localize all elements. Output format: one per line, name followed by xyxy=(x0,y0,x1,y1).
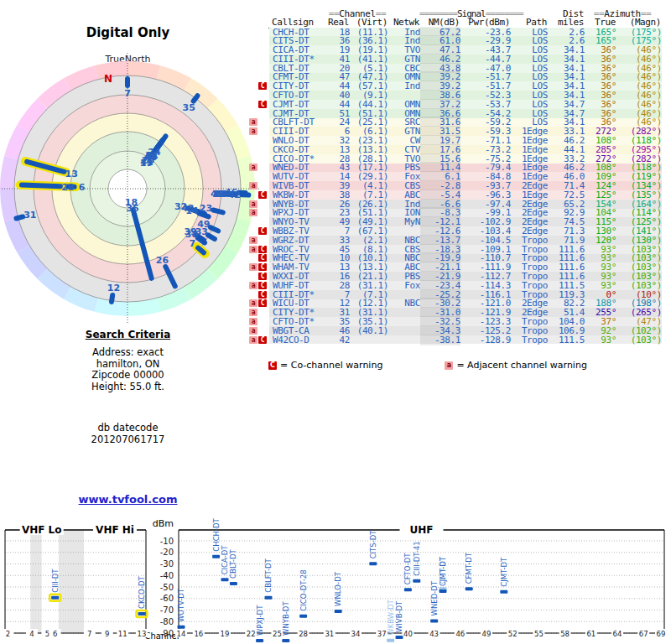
co-channel-warning-icon xyxy=(258,137,267,144)
station-label-CITS-DT: CITS-DT xyxy=(369,530,377,559)
radar-bar-ch12 xyxy=(112,295,112,302)
station-bar-WNLO-DT xyxy=(335,610,342,613)
station-label-CJMT-DT: CJMT-DT xyxy=(439,556,447,586)
adjacent-warning-icon xyxy=(249,110,257,117)
radar-label-ch31: 31 xyxy=(23,210,36,221)
radar-bar-ch28 xyxy=(22,185,60,187)
radar-chart: N183619412047444044512463213284314393826… xyxy=(0,46,260,327)
y-tick--20: -20 xyxy=(160,548,174,557)
x-tick-25: 25 xyxy=(273,630,282,638)
adjacent-warning-icon xyxy=(249,65,257,72)
adjacent-warning-icon xyxy=(249,227,257,235)
y-tick--10: -10 xyxy=(160,537,174,546)
station-bar-CIII-DT-41 xyxy=(413,579,420,583)
co-channel-warning-icon: C xyxy=(258,282,267,289)
station-label-CFTO-DT: CFTO-DT xyxy=(403,553,412,584)
city-line: hamilton, ON xyxy=(0,359,256,371)
band-label-VHF-Lo: VHF Lo xyxy=(22,524,62,536)
adjacent-warning-icon xyxy=(249,146,257,153)
radar-label-ch7: 7 xyxy=(189,238,195,249)
radar-bar-ch33 xyxy=(208,235,215,239)
adjacent-warning-icon xyxy=(249,254,257,262)
station-bar-CIII-DT xyxy=(51,596,59,600)
y-tick--40: -40 xyxy=(160,571,174,580)
y-tick--70: -70 xyxy=(160,605,174,615)
station-bar-WPXJ-DT xyxy=(256,639,263,642)
co-channel-warning-icon xyxy=(258,118,267,126)
co-channel-warning-icon: C xyxy=(258,291,267,299)
adjacent-warning-icon xyxy=(249,101,257,108)
band-label-UHF: UHF xyxy=(410,524,434,536)
tvfool-report: Digital Only TrueNorth N1836194120474440… xyxy=(0,0,671,644)
station-label-CKCO-DT: CKCO-DT xyxy=(138,575,146,609)
station-bar-CHCH-DT xyxy=(212,555,220,558)
adjacent-warning-icon: a xyxy=(249,309,257,316)
x-tick-16: 16 xyxy=(194,630,203,638)
adjacent-warning-icon xyxy=(249,82,257,90)
adjacent-warning-icon xyxy=(249,218,257,226)
station-label-WNED-DT: WNED-DT xyxy=(430,580,439,615)
zipcode-line: Zipcode 00000 xyxy=(0,370,256,382)
co-channel-warning-icon xyxy=(258,200,267,208)
co-channel-warning-icon xyxy=(258,46,267,54)
cell-azimuth-true: 93° xyxy=(585,335,616,345)
station-bar-WKBW-DT xyxy=(387,639,394,642)
adjacent-warning-icon xyxy=(249,28,257,35)
station-label-CIII-DT-41: CIII-DT-41 xyxy=(413,541,421,575)
co-channel-warning-icon: C xyxy=(258,82,267,90)
station-bar-CFMT-DT xyxy=(466,587,473,590)
cell-real: 42 xyxy=(328,335,350,345)
station-bar-WNYB-DT xyxy=(282,639,289,642)
station-label-CICA-DT: CICA-DT xyxy=(221,545,229,575)
co-channel-warning-icon xyxy=(258,236,267,244)
station-label-CHCH-DT: CHCH-DT xyxy=(212,517,221,551)
adjacent-warning-icon: a xyxy=(249,118,257,126)
radar-label-ch35: 35 xyxy=(183,102,195,113)
x-tick-52: 52 xyxy=(508,630,518,638)
co-channel-warning-icon xyxy=(258,155,267,163)
co-channel-warning-icon xyxy=(258,73,267,80)
adjacent-warning-icon xyxy=(249,55,257,63)
station-bar-CJMT-DT xyxy=(440,589,447,593)
radar-label-ch26: 26 xyxy=(156,255,169,266)
x-tick-43: 43 xyxy=(429,630,439,638)
station-bar-CBLT-DT xyxy=(230,582,237,585)
co-channel-warning-icon: C xyxy=(258,227,267,235)
radar-label-ch24: 24 xyxy=(148,147,161,158)
station-label-WPXJ-DT: WPXJ-DT xyxy=(256,605,264,636)
adjacent-warning-icon: a xyxy=(249,236,257,244)
adjacent-channel-legend-text: = Adjacent channel warning xyxy=(456,360,587,371)
x-tick-7: 7 xyxy=(87,630,91,638)
adjacent-warning-icon: a xyxy=(249,164,257,171)
station-label-WUTV-DT: WUTV-DT xyxy=(177,588,185,622)
co-channel-legend-text: = Co-channel warning xyxy=(280,360,382,371)
spectrum-gray-band xyxy=(59,530,84,633)
co-channel-warning-icon xyxy=(258,127,267,135)
station-label-CFMT-DT: CFMT-DT xyxy=(465,552,473,584)
radar-bar-ch49 xyxy=(211,227,218,231)
co-channel-warning-icon: C xyxy=(258,254,267,262)
spectrum-gray-band xyxy=(30,530,41,633)
db-datecode-label: db datecode xyxy=(0,423,256,434)
x-tick-40: 40 xyxy=(403,630,413,638)
y-tick--60: -60 xyxy=(160,594,174,603)
adjacent-warning-icon: a xyxy=(249,327,257,335)
station-bar-CBLFT-DT xyxy=(265,596,273,600)
station-bar-CICA-DT xyxy=(221,578,229,581)
x-tick-49: 49 xyxy=(482,630,492,638)
adjacent-warning-icon: a xyxy=(249,282,257,289)
co-channel-warning-icon xyxy=(258,182,267,190)
x-tick-13: 13 xyxy=(138,630,147,638)
x-tick-31: 31 xyxy=(325,630,334,638)
x-tick-61: 61 xyxy=(586,630,596,638)
cell-miles: 111.5 xyxy=(548,335,585,345)
co-channel-warning-icon: C xyxy=(258,191,267,199)
adjacent-warning-icon: a xyxy=(249,209,257,216)
co-channel-warning-icon xyxy=(258,218,267,226)
adjacent-warning-icon xyxy=(249,37,257,44)
co-channel-warning-icon xyxy=(258,146,267,153)
table-row-W42CO-D: aCW42CO-D42-38.1-128.9Tropo111.593°(103°… xyxy=(249,335,662,345)
address-line: Address: exact xyxy=(0,347,256,359)
adjacent-warning-icon xyxy=(249,137,257,144)
adjacent-warning-icon xyxy=(249,91,257,99)
